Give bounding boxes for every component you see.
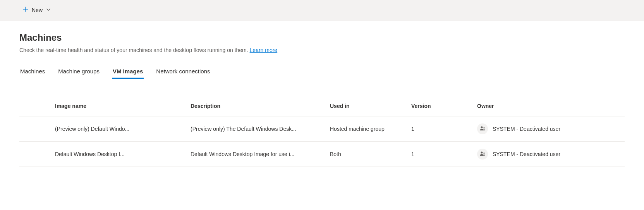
svg-point-2 — [481, 151, 483, 153]
owner-cell: SYSTEM - Deactivated user — [477, 123, 620, 134]
table-container: Image name Description Used in Version O… — [19, 98, 625, 167]
subtitle-text: Check the real-time health and status of… — [19, 47, 250, 53]
tab-vm-images[interactable]: VM images — [112, 65, 144, 79]
cell-owner: SYSTEM - Deactivated user — [493, 126, 560, 132]
page-title: Machines — [19, 32, 625, 43]
cell-version: 1 — [407, 116, 472, 142]
tab-network-connections[interactable]: Network connections — [155, 65, 211, 79]
col-header-owner[interactable]: Owner — [472, 98, 625, 116]
avatar — [477, 149, 488, 160]
col-header-used-in[interactable]: Used in — [325, 98, 407, 116]
table-row[interactable]: Default Windows Desktop I... Default Win… — [19, 142, 625, 167]
tab-machines[interactable]: Machines — [19, 65, 46, 79]
person-icon — [479, 151, 486, 158]
cell-used-in: Both — [325, 142, 407, 167]
row-spacer — [19, 116, 50, 142]
col-spacer — [19, 98, 50, 116]
svg-point-3 — [483, 152, 485, 154]
learn-more-link[interactable]: Learn more — [250, 47, 278, 53]
tab-machine-groups[interactable]: Machine groups — [57, 65, 100, 79]
table-header-row: Image name Description Used in Version O… — [19, 98, 625, 116]
page-subtitle: Check the real-time health and status of… — [19, 47, 625, 53]
vm-images-table: Image name Description Used in Version O… — [19, 98, 625, 167]
new-button-label: New — [32, 7, 43, 13]
avatar — [477, 123, 488, 134]
owner-cell: SYSTEM - Deactivated user — [477, 149, 620, 160]
chevron-down-icon — [46, 8, 50, 12]
cell-version: 1 — [407, 142, 472, 167]
col-header-version[interactable]: Version — [407, 98, 472, 116]
svg-point-0 — [481, 126, 483, 128]
table-row[interactable]: (Preview only) Default Windo... (Preview… — [19, 116, 625, 142]
cell-description: (Preview only) The Default Windows Desk.… — [191, 126, 321, 132]
cell-name: Default Windows Desktop I... — [55, 151, 181, 157]
new-button[interactable]: New — [19, 4, 53, 16]
tabs: Machines Machine groups VM images Networ… — [19, 65, 625, 79]
toolbar: New — [0, 0, 644, 21]
cell-name: (Preview only) Default Windo... — [55, 126, 181, 132]
content-area: Machines Check the real-time health and … — [0, 21, 644, 179]
cell-description: Default Windows Desktop Image for use i.… — [191, 151, 321, 157]
svg-point-1 — [483, 127, 485, 128]
row-spacer — [19, 142, 50, 167]
plus-icon — [22, 6, 29, 14]
col-header-description[interactable]: Description — [186, 98, 325, 116]
col-header-name[interactable]: Image name — [50, 98, 186, 116]
person-icon — [479, 125, 486, 133]
cell-owner: SYSTEM - Deactivated user — [493, 151, 560, 157]
cell-used-in: Hosted machine group — [325, 116, 407, 142]
